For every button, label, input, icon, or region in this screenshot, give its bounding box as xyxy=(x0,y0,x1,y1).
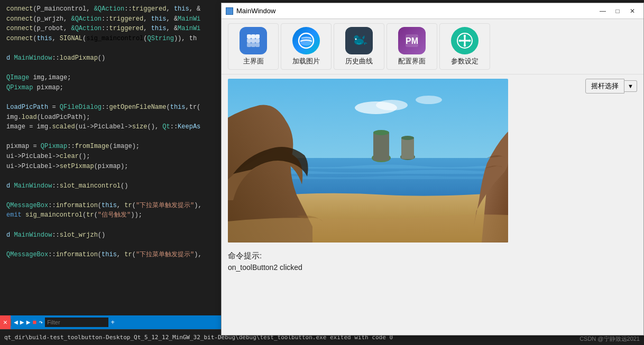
config-icon: PM xyxy=(398,27,426,54)
svg-point-24 xyxy=(416,96,442,104)
add-filter-icon[interactable]: + xyxy=(111,319,115,327)
svg-point-31 xyxy=(401,136,414,140)
stop-icon[interactable]: ■ xyxy=(32,319,36,327)
svg-rect-7 xyxy=(251,43,255,47)
bottom-toolbar[interactable]: 💾 ◀ ▶ ▶ ■ ↷ + xyxy=(0,315,222,329)
maximize-button[interactable]: □ xyxy=(611,5,624,17)
svg-point-11 xyxy=(355,39,357,40)
svg-text:PM: PM xyxy=(406,36,418,45)
svg-point-23 xyxy=(376,100,408,110)
params-label: 参数设定 xyxy=(451,57,479,66)
main-window: MainWindow — □ ✕ xyxy=(221,3,644,335)
command-prompt-label: 命令提示: xyxy=(228,251,568,261)
home-svg xyxy=(244,31,263,50)
beach-image xyxy=(228,79,508,243)
svg-rect-3 xyxy=(247,39,251,43)
load-label: 加载图片 xyxy=(292,57,320,66)
home-label: 主界面 xyxy=(243,57,264,66)
left-panel: 命令提示: on_toolButton2 clicked xyxy=(228,79,568,344)
right-panel: 摇杆选择 ▼ xyxy=(574,79,637,344)
window-titlebar[interactable]: MainWindow — □ ✕ xyxy=(222,3,643,19)
svg-rect-5 xyxy=(255,39,260,43)
window-app-icon xyxy=(226,7,233,15)
back-icon[interactable]: ◀ xyxy=(14,318,18,327)
error-x-icon: ✕ xyxy=(3,318,7,327)
params-button[interactable]: 参数设定 xyxy=(439,23,490,70)
params-icon xyxy=(451,27,479,54)
run-icon[interactable]: ▶ xyxy=(26,318,31,327)
command-area: 命令提示: on_toolButton2 clicked xyxy=(228,251,568,272)
filter-input[interactable] xyxy=(45,318,108,327)
svg-rect-6 xyxy=(247,43,251,47)
code-editor: connect(P_maincontrol, &QAction::trigger… xyxy=(0,0,222,328)
config-label: 配置界面 xyxy=(398,57,426,66)
icon-toolbar: 主界面 加载图片 xyxy=(222,19,643,74)
command-value-text: on_toolButton2 clicked xyxy=(228,263,568,272)
svg-rect-1 xyxy=(251,34,255,39)
content-area: 命令提示: on_toolButton2 clicked 摇杆选择 ▼ xyxy=(222,74,643,345)
svg-rect-8 xyxy=(255,43,260,47)
svg-point-19 xyxy=(459,40,461,42)
svg-rect-30 xyxy=(401,137,414,159)
load-image-button[interactable]: 加载图片 xyxy=(281,23,332,70)
joystick-select[interactable]: 摇杆选择 ▼ xyxy=(585,79,637,94)
svg-point-18 xyxy=(464,44,466,46)
svg-rect-0 xyxy=(247,34,251,39)
image-container xyxy=(228,79,508,243)
minimize-button[interactable]: — xyxy=(596,5,610,17)
pm-svg: PM xyxy=(402,31,421,50)
step-icon[interactable]: ↷ xyxy=(39,318,43,327)
joystick-arrow-button[interactable]: ▼ xyxy=(624,80,637,92)
dolphin-svg xyxy=(349,31,369,50)
forward-icon[interactable]: ▶ xyxy=(20,318,24,327)
config-button[interactable]: PM 配置界面 xyxy=(387,23,437,70)
svg-rect-4 xyxy=(251,39,255,43)
svg-point-17 xyxy=(464,35,466,37)
window-controls[interactable]: — □ ✕ xyxy=(596,5,639,17)
load-icon xyxy=(292,27,320,54)
home-button[interactable]: 主界面 xyxy=(228,23,279,70)
edge-svg xyxy=(296,31,316,51)
svg-point-28 xyxy=(373,130,389,135)
params-svg xyxy=(455,31,474,50)
history-icon xyxy=(345,27,373,54)
history-label: 历史曲线 xyxy=(345,57,373,66)
svg-rect-2 xyxy=(255,34,260,39)
svg-rect-27 xyxy=(373,132,389,161)
joystick-button[interactable]: 摇杆选择 xyxy=(585,79,624,94)
home-icon xyxy=(240,27,267,54)
error-indicator: ✕ xyxy=(0,315,11,329)
window-title: MainWindow xyxy=(236,7,596,15)
history-button[interactable]: 历史曲线 xyxy=(334,23,384,70)
svg-point-20 xyxy=(468,40,471,42)
close-button[interactable]: ✕ xyxy=(625,5,639,17)
